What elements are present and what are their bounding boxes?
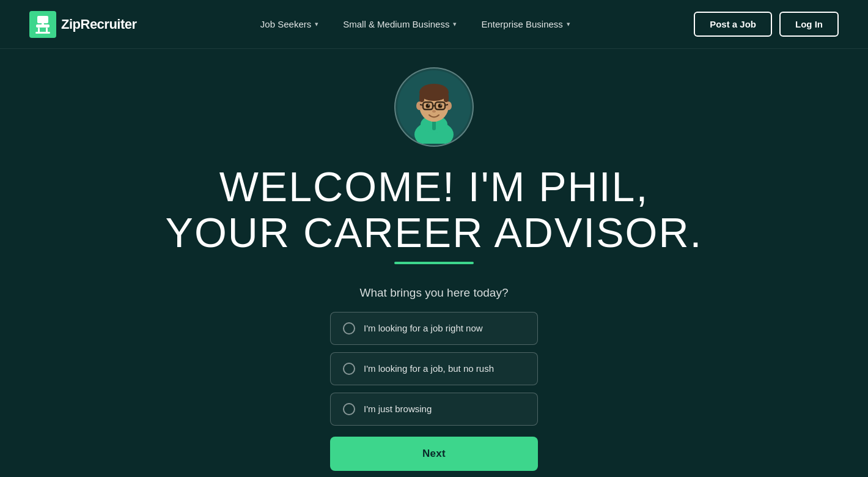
logo-text: ZipRecruiter <box>61 17 137 32</box>
svg-rect-1 <box>37 16 48 23</box>
options-container: I'm looking for a job right now I'm look… <box>330 312 538 426</box>
radio-option2[interactable] <box>343 363 355 375</box>
svg-rect-5 <box>35 32 50 34</box>
nav-label-enterprise: Enterprise Business <box>481 19 562 29</box>
svg-line-22 <box>445 105 448 105</box>
nav-label-job-seekers: Job Seekers <box>260 19 311 29</box>
svg-line-21 <box>420 105 423 105</box>
svg-point-26 <box>441 105 442 106</box>
svg-point-24 <box>438 104 443 108</box>
svg-rect-14 <box>419 94 424 102</box>
radio-option1[interactable] <box>343 322 355 335</box>
navbar: ZipRecruiter Job Seekers ▾ Small & Mediu… <box>0 0 868 49</box>
chevron-down-icon: ▾ <box>453 20 457 28</box>
svg-point-27 <box>432 110 436 113</box>
post-job-button[interactable]: Post a Job <box>694 12 772 37</box>
chevron-down-icon: ▾ <box>567 20 570 28</box>
nav-buttons: Post a Job Log In <box>694 12 839 37</box>
svg-rect-15 <box>444 94 449 102</box>
nav-label-smb: Small & Medium Business <box>343 19 449 29</box>
svg-point-16 <box>416 102 422 110</box>
chevron-down-icon: ▾ <box>315 20 318 28</box>
heading-line1: WELCOME! I'M PHIL, <box>219 163 649 210</box>
heading-underline-accent <box>394 262 474 264</box>
radio-option3[interactable] <box>343 403 355 415</box>
svg-rect-10 <box>432 120 436 130</box>
heading-line2: YOUR CAREER ADVISOR. <box>166 209 703 256</box>
phil-avatar <box>397 70 471 144</box>
svg-point-25 <box>428 105 430 106</box>
ziprecruiter-logo-icon <box>29 11 56 38</box>
main-content: WELCOME! I'M PHIL, YOUR CAREER ADVISOR. … <box>0 49 868 471</box>
option-label-2: I'm looking for a job, but no rush <box>364 363 494 374</box>
option-looking-now[interactable]: I'm looking for a job right now <box>330 312 538 345</box>
login-button[interactable]: Log In <box>779 12 839 37</box>
nav-item-enterprise[interactable]: Enterprise Business ▾ <box>481 19 570 29</box>
nav-item-job-seekers[interactable]: Job Seekers ▾ <box>260 19 318 29</box>
option-label-1: I'm looking for a job right now <box>364 323 483 333</box>
svg-point-23 <box>426 104 430 108</box>
svg-rect-6 <box>42 23 44 26</box>
question-text: What brings you here today? <box>360 286 509 300</box>
avatar <box>394 67 474 147</box>
option-looking-no-rush[interactable]: I'm looking for a job, but no rush <box>330 352 538 385</box>
logo[interactable]: ZipRecruiter <box>29 11 137 38</box>
welcome-heading: WELCOME! I'M PHIL, YOUR CAREER ADVISOR. <box>166 164 703 256</box>
svg-point-17 <box>446 102 452 110</box>
nav-item-smb[interactable]: Small & Medium Business ▾ <box>343 19 457 29</box>
option-browsing[interactable]: I'm just browsing <box>330 393 538 426</box>
option-label-3: I'm just browsing <box>364 404 432 414</box>
next-button[interactable]: Next <box>330 437 538 471</box>
nav-links: Job Seekers ▾ Small & Medium Business ▾ … <box>260 19 570 29</box>
